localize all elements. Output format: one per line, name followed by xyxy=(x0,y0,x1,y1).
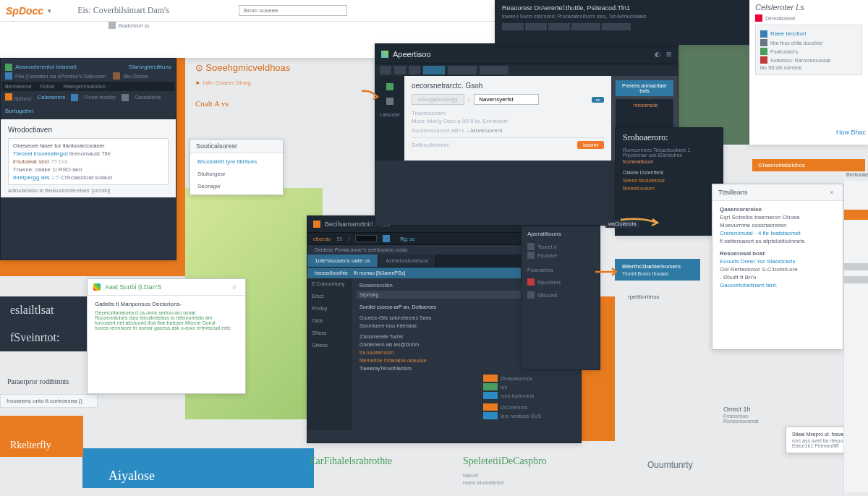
sidebar-icon[interactable] xyxy=(386,98,393,105)
toolbar-btn[interactable] xyxy=(525,23,547,30)
tab-item[interactable]: Bermarerse xyxy=(5,84,32,89)
toolbar-btn[interactable] xyxy=(548,23,570,30)
toolbar-item[interactable]: cibersto xyxy=(313,236,331,241)
footer-text: Adlrucansiclo tn fteuicodrrsnte:etses' [… xyxy=(8,188,169,193)
tag-button[interactable]: oSorgaborpogy xyxy=(412,94,464,105)
list-link[interactable]: Eooults Dreer Yor Starxticaris xyxy=(720,257,835,265)
list-item: Stuitorgesr xyxy=(197,170,276,178)
side-item[interactable]: Erect xyxy=(312,294,348,299)
nav-item[interactable]: Bortugethn xyxy=(5,107,33,115)
list-item[interactable]: Oialole Doteirtfent xyxy=(623,170,715,175)
search-input[interactable] xyxy=(239,5,347,16)
sidebar-icon[interactable] xyxy=(386,83,393,90)
block-icon xyxy=(122,94,129,101)
panel-title: Celsleroter Ls xyxy=(755,3,862,12)
tab-stub[interactable] xyxy=(448,66,477,74)
side-item[interactable]: SNess xyxy=(312,330,348,335)
bottom-label-3: Ouumtunrty xyxy=(647,460,693,470)
side-header: Prerens anmacrtaer trots xyxy=(616,80,673,96)
tab-item[interactable]: Reangeinmoilorlon xyxy=(63,84,105,89)
action-button[interactable]: Isowrrt xyxy=(577,141,604,149)
list-link[interactable]: Gaoodrtobellnerrl tant. xyxy=(720,281,835,289)
filter-input[interactable] xyxy=(474,94,539,105)
label-orange: Rkelterfly xyxy=(0,434,83,457)
right-list-window: Tttsilleans× Qasercorsrelee Eqrl Sotreib… xyxy=(712,184,843,350)
alert-icon xyxy=(527,278,535,286)
side-item[interactable]: E:Cobronrtony xyxy=(312,281,348,286)
label-slate-1: eslailtlsat xyxy=(0,296,88,324)
tool-icon[interactable] xyxy=(383,235,390,242)
toolbar-btn[interactable] xyxy=(571,23,600,30)
gutter-mark xyxy=(844,276,868,283)
breadcrumb[interactable]: Boatchirorl ss xyxy=(109,22,149,29)
list-item[interactable]: Eicosare xyxy=(537,253,557,258)
dark-header-bar: Reaooresr DrAerertel:thuttle, Psiteacod.… xyxy=(495,0,749,45)
alert-banner: S'laseroitialsilcbos xyxy=(752,159,865,171)
list-link[interactable]: Raee Iecotiorl xyxy=(770,30,806,38)
list-item: torcosent net atcdoond.itoa fine batcaer… xyxy=(95,320,238,325)
chrome-icon xyxy=(93,283,101,291)
toolbar-field[interactable] xyxy=(355,235,377,242)
nav-link-1[interactable]: Abanoelerentol IntamatI xyxy=(15,63,77,71)
link[interactable]: How Bhac xyxy=(836,129,866,136)
list-item[interactable]: Seend tibotoletolor xyxy=(623,178,715,183)
item-icon xyxy=(760,39,767,46)
nav-item[interactable]: Caleramns xyxy=(37,93,65,101)
list-item[interactable]: Mpoctsers xyxy=(537,280,561,285)
list-link[interactable]: Bhodratett tyre ititrltues xyxy=(197,158,276,166)
nav-link-2[interactable]: Slarorgirecilituns xyxy=(129,63,171,71)
item-icon xyxy=(527,252,535,259)
tab-stub[interactable] xyxy=(380,66,391,74)
arrow-icon xyxy=(360,88,380,103)
window-title: Tttsilleans xyxy=(718,189,748,196)
chevron-icon: ▾ xyxy=(48,7,51,14)
list-item: Eqrl Sotreibs treemeron Ohoee xyxy=(720,213,835,221)
tab-stub[interactable] xyxy=(394,66,406,74)
editor-tab[interactable]: 1ute'stoosecs oate oc xyxy=(307,255,378,267)
tab-stub[interactable] xyxy=(480,66,509,74)
br-block: Orrect 1h Frrecornoc- Roncorcocomal xyxy=(723,405,788,424)
bottom-sub: baioolt xyxy=(463,473,478,478)
toolbar-btn[interactable] xyxy=(602,23,631,30)
logo-icon xyxy=(755,14,762,22)
tab-stub[interactable] xyxy=(409,66,420,74)
close-button[interactable]: ○ xyxy=(229,282,239,292)
content-heading: oecorsnetrarctc. Gsoh xyxy=(412,82,604,90)
editor-tab[interactable]: Arrherostonesca xyxy=(378,255,436,267)
list-item: Moevurmne cossnacreren xyxy=(720,221,835,229)
toolbar-btn[interactable] xyxy=(502,23,524,30)
bottom-sub2: bsers viiomelerled xyxy=(463,480,503,485)
mid-list-panel: Souticalsoresr Bhodratett tyre ititrltue… xyxy=(190,139,284,195)
section-header: Wrodoctiaven xyxy=(8,124,169,136)
app-name: Apeertisoo xyxy=(393,50,431,59)
swatch xyxy=(483,375,498,382)
bottom-label-2: SpeletetiiDeCaspbro xyxy=(463,456,547,467)
list-item[interactable]: Poscrechra xyxy=(527,268,553,273)
legend-rows: Druaoauordou los cors Inetrcneot DICmehn… xyxy=(483,373,592,421)
list-item[interactable]: Bretrefocolorn xyxy=(623,186,715,191)
tab-item[interactable]: Rotosl xyxy=(41,84,55,89)
close-button[interactable]: × xyxy=(827,187,837,197)
panel-header: Souticalsoresr xyxy=(196,142,237,150)
swatch xyxy=(483,383,498,390)
list-item: Rooxenntubes dsto teeullrnlelass to lele… xyxy=(95,315,238,320)
list-heading: Resoerosal bost xyxy=(720,249,835,257)
side-item[interactable]: Olcls xyxy=(312,318,348,323)
panel-subtitle: Cnalt A vs xyxy=(195,99,298,108)
right-side-panel: Aperatiitouns Teocet d Eicosare Poscrech… xyxy=(521,226,600,370)
list-item: Traorescoero xyxy=(412,109,604,117)
list-link[interactable]: Crerenimutal - 4 fle Ieatstacmet xyxy=(720,229,835,237)
blue-cta-button[interactable]: Biterthc3bahterborsers Tlonet:Brons Ihoo… xyxy=(615,259,700,281)
toolbar-link[interactable]: Rg: oc xyxy=(400,236,414,241)
header-title: Reaooresr DrAerertel:thuttle, Psiteacod.… xyxy=(502,4,742,12)
list-item[interactable]: Teocet d xyxy=(537,244,556,249)
list-item: Geserontanatoea:d os,onns sertoo-nro usn… xyxy=(95,310,238,315)
side-item[interactable]: Prolloy xyxy=(312,306,348,311)
item-icon xyxy=(760,56,767,64)
settings-icon[interactable]: ◐ xyxy=(655,51,660,58)
side-item[interactable]: Ghlecs xyxy=(312,343,348,348)
grid-icon[interactable]: ⊞ xyxy=(666,51,672,58)
tab-stub-active[interactable] xyxy=(423,66,445,74)
list-item[interactable]: Stlroulnlt xyxy=(537,293,557,298)
caption: Brrrtiorareons xyxy=(846,172,868,177)
